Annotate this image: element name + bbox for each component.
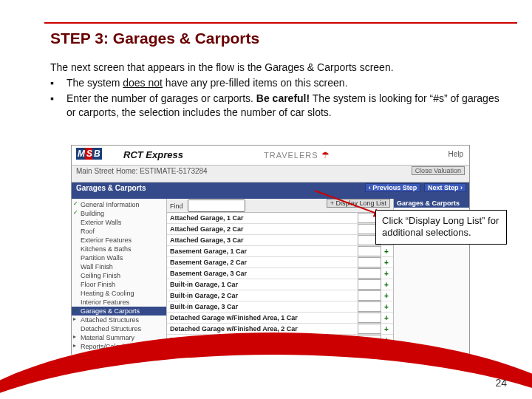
svg-line-0 bbox=[315, 191, 383, 216]
list-item: Basement Garage, 3 Car+ bbox=[167, 268, 393, 279]
sidebar-item[interactable]: Garages & Carports bbox=[72, 307, 166, 316]
list-item-label: Built-in Garage, 1 Car bbox=[170, 281, 355, 288]
quantity-input[interactable] bbox=[358, 268, 381, 279]
help-link[interactable]: Help bbox=[448, 150, 463, 158]
plus-icon[interactable]: + bbox=[383, 347, 390, 355]
list-item-label: Basement Garage, 1 Car bbox=[170, 248, 355, 255]
list-item-label: Attached Garage, 3 Car bbox=[170, 236, 355, 244]
msb-logo: MSB bbox=[76, 148, 102, 160]
list-item: Built-in Garage, 2 Car+ bbox=[167, 290, 393, 301]
app-screenshot: MSB RCT Express TRAVELERS ☂ Help Main St… bbox=[71, 145, 470, 355]
sidebar-item[interactable]: Roof bbox=[72, 227, 166, 236]
list-item: Attached Garage, 2 Car+ bbox=[167, 224, 393, 235]
quantity-input[interactable] bbox=[358, 279, 381, 290]
list-item-label: Attached Garage, 2 Car bbox=[170, 225, 355, 233]
sidebar-item[interactable]: General Information bbox=[72, 200, 166, 209]
list-item-label: Detached Garage, 1 Car bbox=[170, 347, 355, 355]
list-item-label: Basement Garage, 2 Car bbox=[170, 259, 355, 266]
plus-icon[interactable]: + bbox=[383, 281, 390, 289]
plus-icon[interactable]: + bbox=[383, 303, 390, 311]
top-divider bbox=[44, 22, 517, 24]
list-item: Basement Garage, 1 Car+ bbox=[167, 246, 393, 257]
quantity-input[interactable] bbox=[358, 301, 381, 312]
quantity-input[interactable] bbox=[358, 335, 381, 345]
page-number: 24 bbox=[495, 377, 507, 389]
next-step-button[interactable]: Next Step › bbox=[424, 183, 466, 192]
sidebar-item[interactable]: Wall Finish bbox=[72, 262, 166, 271]
list-item-label: Built-in Garage, 2 Car bbox=[170, 292, 355, 299]
plus-icon[interactable]: + bbox=[383, 248, 390, 256]
plus-icon[interactable]: + bbox=[383, 325, 390, 333]
plus-icon[interactable]: + bbox=[383, 270, 390, 278]
slide-title: STEP 3: Garages & Carports bbox=[50, 30, 259, 47]
find-input[interactable] bbox=[188, 200, 245, 212]
plus-icon[interactable]: + bbox=[383, 292, 390, 300]
list-item: Basement Garage, 2 Car+ bbox=[167, 257, 393, 268]
list-item: Detached Garage w/Finished Area, 3 Car+ bbox=[167, 335, 393, 346]
list-item: Detached Garage, 1 Car+ bbox=[167, 346, 393, 357]
quantity-input[interactable] bbox=[358, 346, 381, 356]
quantity-input[interactable] bbox=[358, 246, 381, 256]
sidebar-item[interactable]: Detached Structures bbox=[72, 324, 166, 333]
sidebar-item[interactable]: Interior Features bbox=[72, 298, 166, 307]
sidebar-item[interactable]: Exterior Walls bbox=[72, 218, 166, 227]
sidebar-item[interactable]: Ceiling Finish bbox=[72, 271, 166, 280]
section-title: Garages & Carports bbox=[76, 184, 146, 192]
plus-icon[interactable]: + bbox=[383, 336, 390, 344]
sidebar-item[interactable]: Heating & Cooling bbox=[72, 289, 166, 298]
logo-row: MSB RCT Express TRAVELERS ☂ Help bbox=[72, 146, 469, 166]
plus-icon[interactable]: + bbox=[383, 314, 390, 322]
close-valuation-button[interactable]: Close Valuation bbox=[412, 166, 465, 175]
main-panel: Find + Display Long List Attached Garage… bbox=[167, 199, 394, 361]
quantity-input[interactable] bbox=[358, 313, 381, 323]
body-text: The next screen that appears in the flow… bbox=[50, 61, 502, 120]
sidebar-item[interactable]: Reports/Calculate bbox=[72, 342, 166, 351]
quantity-input[interactable] bbox=[358, 257, 381, 267]
sidebar-item[interactable]: Building bbox=[72, 209, 166, 218]
list-item: Built-in Garage, 3 Car+ bbox=[167, 301, 393, 313]
list-item: Attached Garage, 3 Car+ bbox=[167, 235, 393, 246]
sidebar-item[interactable]: Attached Structures bbox=[72, 316, 166, 324]
umbrella-icon: ☂ bbox=[321, 150, 330, 160]
travelers-logo: TRAVELERS ☂ bbox=[264, 150, 330, 160]
callout-box: Click “Display Long List” for additional… bbox=[375, 210, 507, 245]
breadcrumb: Main Street Home: ESTIMATE-5173284 Close… bbox=[72, 166, 469, 183]
list-item: Detached Garage w/Finished Area, 1 Car+ bbox=[167, 313, 393, 324]
nav-sidebar: General InformationBuildingExterior Wall… bbox=[72, 199, 167, 361]
list-item-label: Basement Garage, 3 Car bbox=[170, 270, 355, 277]
list-item: Built-in Garage, 1 Car+ bbox=[167, 279, 393, 290]
list-item-label: Detached Garage w/Finished Area, 2 Car bbox=[170, 325, 355, 332]
quantity-input[interactable] bbox=[358, 290, 381, 301]
sidebar-item[interactable]: Exterior Features bbox=[72, 236, 166, 245]
section-header: Garages & Carports ‹ Previous Step Next … bbox=[72, 183, 469, 199]
list-item: Detached Garage w/Finished Area, 2 Car+ bbox=[167, 324, 393, 335]
rct-express-label: RCT Express bbox=[123, 149, 183, 160]
bullet-1: ▪ The system does not have any pre-fille… bbox=[50, 76, 502, 90]
bullet-2: ▪ Enter the number of garages or carport… bbox=[50, 92, 502, 120]
list-item-label: Built-in Garage, 3 Car bbox=[170, 303, 355, 310]
intro-line: The next screen that appears in the flow… bbox=[50, 61, 502, 75]
list-item-label: Detached Garage w/Finished Area, 1 Car bbox=[170, 314, 355, 321]
sidebar-item[interactable]: Material Summary bbox=[72, 333, 166, 342]
sidebar-item[interactable]: Kitchens & Baths bbox=[72, 245, 166, 253]
sidebar-item[interactable]: Floor Finish bbox=[72, 280, 166, 289]
plus-icon[interactable]: + bbox=[383, 259, 390, 267]
find-label: Find bbox=[170, 202, 183, 210]
right-panel-header: Garages & Carports bbox=[394, 199, 469, 208]
quantity-input[interactable] bbox=[358, 324, 381, 334]
list-item-label: Detached Garage w/Finished Area, 3 Car bbox=[170, 336, 355, 344]
sidebar-item[interactable]: Partition Walls bbox=[72, 253, 166, 262]
